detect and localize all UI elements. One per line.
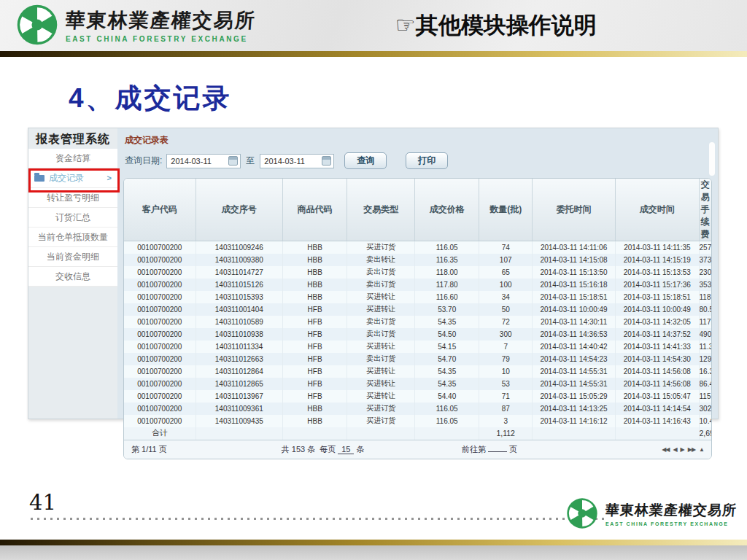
records-table: 客户代码成交序号商品代码交易类型成交价格数量(批)委托时间成交时间交易手续费 0… <box>123 178 712 459</box>
footer-brand-logo: 華東林業產權交易所 EAST CHINA FORESTRY EXCHANGE <box>566 497 737 529</box>
table-row[interactable]: 00100700200140311012865HFB买进转让54.3553201… <box>124 378 711 390</box>
table-cell: 00100700200 <box>124 279 196 291</box>
table-row[interactable]: 00100700200140311013967HFB买进转让54.4071201… <box>124 390 711 402</box>
sidebar-item-交收信息[interactable]: 交收信息 <box>28 267 117 287</box>
table-cell: 买进转让 <box>347 365 415 378</box>
table-row[interactable]: 00100700200140311001404HFB买进转让53.7050201… <box>124 303 711 316</box>
table-cell: 2014-03-11 14:11:06 <box>532 241 615 254</box>
prev-page-icon[interactable]: ◀ <box>673 446 676 453</box>
table-cell: 140311009361 <box>196 402 282 415</box>
table-cell: 140311009435 <box>196 415 282 427</box>
calendar-icon[interactable] <box>322 156 331 166</box>
table-row[interactable]: 00100700200140311012864HFB买进转让54.3510201… <box>124 365 711 378</box>
table-cell: 00100700200 <box>124 402 196 415</box>
table-cell: 买进订货 <box>347 402 415 415</box>
table-row[interactable]: 00100700200140311015393HBB买进转让116.603420… <box>124 291 711 303</box>
table-cell: 买进转让 <box>347 291 415 303</box>
scrollbar-thumb[interactable] <box>709 142 715 176</box>
table-cell: 2014-03-11 14:41:33 <box>616 341 699 353</box>
column-header: 客户代码 <box>124 179 196 241</box>
table-cell: 490.50 <box>699 328 711 341</box>
table-cell: 2014-03-11 15:05:29 <box>532 390 615 402</box>
date-from-input[interactable]: 2014-03-11 <box>166 154 241 168</box>
table-row[interactable]: 00100700200140311015126HBB卖出订货117.801002… <box>124 279 711 291</box>
table-cell: 2014-03-11 15:18:51 <box>532 291 615 303</box>
table-cell: 50 <box>479 303 532 316</box>
slide-page-number: 41 <box>29 490 56 515</box>
table-row[interactable]: 00100700200140311009380HBB卖出转让116.351072… <box>124 254 711 266</box>
table-row[interactable]: 00100700200140311009361HBB买进订货116.058720… <box>124 402 711 415</box>
total-cell: 1,112 <box>479 427 532 440</box>
sidebar-item-订货汇总[interactable]: 订货汇总 <box>28 208 117 228</box>
column-header: 交易类型 <box>347 179 415 241</box>
table-cell: HFB <box>282 390 347 402</box>
section-title: ☞其他模块操作说明 <box>395 10 597 41</box>
table-cell: 2014-03-11 15:13:50 <box>532 266 615 279</box>
table-cell: 140311011334 <box>196 341 282 353</box>
table-cell: 2014-03-11 14:55:31 <box>532 365 615 378</box>
table-cell: 53 <box>479 378 532 390</box>
table-cell: HBB <box>282 266 347 279</box>
table-cell: 140311010938 <box>196 328 282 341</box>
table-cell: 100 <box>479 279 532 291</box>
total-cell: 2,694.93 <box>699 427 711 440</box>
annotation-highlight-box <box>28 168 120 192</box>
table-cell: HFB <box>282 341 347 353</box>
table-cell: 140311012864 <box>196 365 282 378</box>
table-row[interactable]: 00100700200140311009435HBB买进订货116.053201… <box>124 415 711 427</box>
table-row[interactable]: 00100700200140311009246HBB买进订货116.057420… <box>124 241 711 254</box>
slide: 華東林業產權交易所 EAST CHINA FORESTRY EXCHANGE ☞… <box>0 0 747 560</box>
query-bar: 查询日期: 2014-03-11 至 2014-03-11 查询 打印 <box>125 152 718 169</box>
total-cell <box>616 427 699 440</box>
table-cell: 54.35 <box>414 316 479 328</box>
goto-page-input[interactable] <box>488 444 507 452</box>
app-window: 报表管理系统 资金结算成交记录>转让盈亏明细订货汇总当前仓单抵顶数量当前资金明细… <box>28 128 719 419</box>
table-cell: 54.15 <box>414 341 479 353</box>
column-header: 成交价格 <box>414 179 479 241</box>
table-cell: 2014-03-11 14:54:30 <box>616 353 699 365</box>
last-page-icon[interactable]: ▶▶ <box>688 446 695 453</box>
table-cell: 140311012865 <box>196 378 282 390</box>
table-cell: 54.40 <box>414 390 479 402</box>
table-cell: 3 <box>479 415 532 427</box>
dotted-divider <box>31 518 605 520</box>
sidebar-item-资金结算[interactable]: 资金结算 <box>28 149 117 168</box>
query-button[interactable]: 查询 <box>344 152 387 169</box>
table-cell: 买进转让 <box>347 390 415 402</box>
total-cell <box>282 427 347 440</box>
table-row[interactable]: 00100700200140311010589HFB卖出订货54.3572201… <box>124 316 711 328</box>
next-page-icon[interactable]: ▶ <box>681 446 684 453</box>
print-button[interactable]: 打印 <box>406 152 448 169</box>
table-cell: 2014-03-11 14:56:08 <box>616 365 699 378</box>
table-cell: HFB <box>282 378 347 390</box>
table-row[interactable]: 00100700200140311014727HBB卖出订货118.006520… <box>124 266 711 279</box>
table-cell: 107 <box>479 254 532 266</box>
calendar-icon[interactable] <box>228 156 238 166</box>
gold-divider-bottom <box>0 540 747 545</box>
table-cell: 7 <box>479 341 532 353</box>
date-to-input[interactable]: 2014-03-11 <box>260 154 334 168</box>
table-cell: 54.70 <box>414 353 479 365</box>
table-cell: 140311001404 <box>196 303 282 316</box>
table-cell: 118.00 <box>414 266 479 279</box>
goto-page-icon[interactable]: ▲ <box>699 446 704 453</box>
table-cell: 140311009380 <box>196 254 282 266</box>
table-cell: 54.35 <box>414 365 479 378</box>
pager: ◀◀◀▶▶▶▲ <box>662 446 704 453</box>
table-cell: 117.80 <box>414 279 479 291</box>
goto-page: 前往第 页 <box>462 444 517 455</box>
total-cell <box>196 427 282 440</box>
sidebar-item-当前资金明细[interactable]: 当前资金明细 <box>28 247 117 267</box>
table-cell: 2014-03-11 14:30:11 <box>532 316 615 328</box>
table-cell: 2014-03-11 15:16:18 <box>532 279 615 291</box>
table-cell: 买进转让 <box>347 378 415 390</box>
table-row[interactable]: 00100700200140311011334HFB买进转让54.1572014… <box>124 341 711 353</box>
per-page-input[interactable]: 15 <box>338 445 354 454</box>
table-cell: 买进订货 <box>347 241 415 254</box>
table-cell: 2014-03-11 14:11:35 <box>616 241 699 254</box>
table-cell: 257.63 <box>699 241 711 254</box>
first-page-icon[interactable]: ◀◀ <box>662 446 669 453</box>
table-row[interactable]: 00100700200140311012663HFB卖出订货54.7079201… <box>124 353 711 365</box>
table-row[interactable]: 00100700200140311010938HFB卖出订货54.5030020… <box>124 328 711 341</box>
sidebar-item-当前仓单抵顶数量[interactable]: 当前仓单抵顶数量 <box>28 228 117 247</box>
